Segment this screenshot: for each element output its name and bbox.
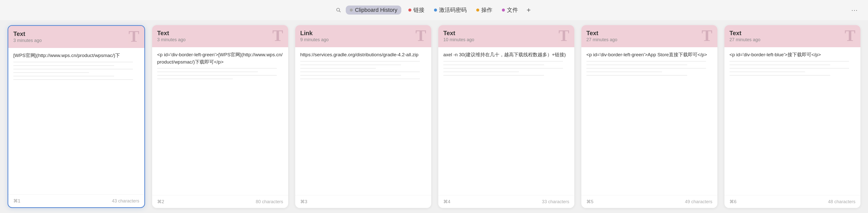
tab-passwords-label: 激活码密码 bbox=[439, 6, 467, 14]
filler-line bbox=[300, 79, 420, 79]
card-4-icon: T bbox=[558, 28, 569, 44]
card-2-type: Text bbox=[157, 30, 186, 37]
card-1-header: Text 3 minutes ago T bbox=[8, 26, 144, 48]
card-6-content: <p id='div-border-left-blue'>接下载即可</p> bbox=[730, 51, 856, 59]
card-3-type: Link bbox=[300, 30, 329, 37]
card-5-title-block: Text 27 minutes ago bbox=[586, 30, 617, 42]
filler-line bbox=[157, 75, 277, 76]
card-3-body: https://services.gradle.org/distribution… bbox=[295, 47, 431, 195]
filler-line bbox=[13, 69, 133, 69]
filler-line bbox=[13, 65, 114, 66]
add-tab-button[interactable]: + bbox=[525, 6, 532, 14]
card-4-title-block: Text 10 minutes ago bbox=[443, 30, 474, 42]
card-3-header: Link 9 minutes ago T bbox=[295, 25, 431, 47]
filler-line bbox=[443, 61, 563, 62]
filler-line bbox=[586, 65, 687, 65]
card-3[interactable]: Link 9 minutes ago T https://services.gr… bbox=[295, 25, 431, 208]
card-6-filler bbox=[730, 61, 856, 76]
card-1-type: Text bbox=[13, 30, 42, 37]
tab-links-label: 链接 bbox=[413, 6, 425, 14]
filler-line bbox=[730, 72, 805, 72]
card-6-chars: 48 characters bbox=[828, 199, 856, 205]
filler-line bbox=[586, 68, 706, 69]
filler-line bbox=[300, 68, 376, 69]
more-options-button[interactable]: ··· bbox=[851, 6, 858, 13]
card-4-header: Text 10 minutes ago T bbox=[438, 25, 574, 47]
filler-line bbox=[586, 75, 687, 76]
filler-line bbox=[730, 61, 849, 62]
card-4-content: axel -n 30(建议维持在几十，越高下载线程数越多）+链接) bbox=[443, 51, 569, 59]
card-1-footer: ⌘1 43 characters bbox=[8, 194, 144, 207]
card-2-body: <p id='div-border-left-green'>[WPS官网](ht… bbox=[152, 47, 288, 195]
filler-line bbox=[730, 68, 849, 69]
card-2-shortcut: ⌘2 bbox=[157, 199, 164, 205]
tab-dot-passwords bbox=[434, 8, 437, 11]
svg-line-1 bbox=[339, 11, 341, 12]
tab-passwords[interactable]: 激活码密码 bbox=[432, 5, 469, 15]
card-2-content: <p id='div-border-left-green'>[WPS官网](ht… bbox=[157, 51, 283, 66]
card-6-title-block: Text 27 minutes ago bbox=[730, 30, 761, 42]
card-6-footer: ⌘6 48 characters bbox=[724, 195, 861, 208]
filler-line bbox=[157, 72, 258, 72]
card-5-type: Text bbox=[586, 30, 617, 37]
card-4-footer: ⌘4 33 characters bbox=[438, 195, 574, 208]
topbar: Clipboard History 链接 激活码密码 操作 文件 + ··· bbox=[0, 0, 868, 20]
card-2[interactable]: Text 3 minutes ago T <p id='div-border-l… bbox=[152, 25, 288, 208]
filler-line bbox=[13, 62, 133, 62]
filler-line bbox=[730, 65, 830, 65]
card-5-footer: ⌘5 49 characters bbox=[581, 195, 717, 208]
card-4[interactable]: Text 10 minutes ago T axel -n 30(建议维持在几十… bbox=[438, 25, 574, 208]
tab-dot-links bbox=[408, 8, 411, 11]
card-6-type: Text bbox=[730, 30, 761, 37]
tab-dot-actions bbox=[476, 8, 479, 11]
filler-line bbox=[13, 76, 114, 76]
card-2-header: Text 3 minutes ago T bbox=[152, 25, 288, 47]
tab-label: Clipboard History bbox=[355, 7, 397, 13]
card-6-body: <p id='div-border-left-blue'>接下载即可</p> bbox=[724, 47, 861, 195]
card-4-shortcut: ⌘4 bbox=[443, 199, 451, 205]
card-4-type: Text bbox=[443, 30, 474, 37]
card-5-filler bbox=[586, 61, 712, 76]
filler-line bbox=[157, 68, 277, 69]
card-4-chars: 33 characters bbox=[542, 199, 569, 205]
tab-files-label: 文件 bbox=[507, 6, 518, 14]
tab-links[interactable]: 链接 bbox=[406, 5, 427, 15]
card-5-icon: T bbox=[702, 28, 712, 44]
search-button[interactable] bbox=[336, 7, 341, 13]
tab-dot bbox=[350, 8, 353, 11]
card-5[interactable]: Text 27 minutes ago T <p id='div-border-… bbox=[581, 25, 717, 208]
card-6-icon: T bbox=[845, 28, 856, 44]
card-3-filler bbox=[300, 61, 426, 79]
filler-line bbox=[730, 75, 830, 76]
filler-line bbox=[13, 72, 89, 73]
tab-actions-label: 操作 bbox=[481, 6, 492, 14]
card-5-body: <p id='div-border-left-green'>App Store直… bbox=[581, 47, 717, 195]
card-5-chars: 49 characters bbox=[685, 199, 712, 205]
filler-line bbox=[443, 75, 544, 76]
filler-line bbox=[157, 79, 233, 79]
svg-point-0 bbox=[337, 8, 340, 11]
filler-line bbox=[13, 79, 133, 80]
card-3-shortcut: ⌘3 bbox=[300, 199, 307, 205]
card-1-shortcut: ⌘1 bbox=[13, 198, 20, 204]
card-2-filler bbox=[157, 68, 283, 79]
card-2-icon: T bbox=[272, 28, 283, 44]
tab-dot-files bbox=[502, 8, 505, 11]
card-6[interactable]: Text 27 minutes ago T <p id='div-border-… bbox=[724, 25, 861, 208]
card-5-header: Text 27 minutes ago T bbox=[581, 25, 717, 47]
tab-files[interactable]: 文件 bbox=[499, 5, 521, 15]
card-5-time: 27 minutes ago bbox=[586, 37, 617, 42]
tab-actions[interactable]: 操作 bbox=[474, 5, 495, 15]
card-1[interactable]: Text 3 minutes ago T [WPS官网](http://www.… bbox=[7, 25, 145, 208]
card-1-chars: 43 characters bbox=[112, 199, 139, 204]
filler-line bbox=[443, 72, 519, 72]
card-1-title-block: Text 3 minutes ago bbox=[13, 30, 42, 43]
card-3-time: 9 minutes ago bbox=[300, 37, 329, 42]
card-1-filler bbox=[13, 62, 139, 80]
filler-line bbox=[300, 61, 420, 62]
card-4-time: 10 minutes ago bbox=[443, 37, 474, 42]
filler-line bbox=[300, 65, 401, 65]
card-3-icon: T bbox=[415, 28, 426, 44]
tab-clipboard-history[interactable]: Clipboard History bbox=[346, 5, 401, 14]
card-2-footer: ⌘2 80 characters bbox=[152, 195, 288, 208]
